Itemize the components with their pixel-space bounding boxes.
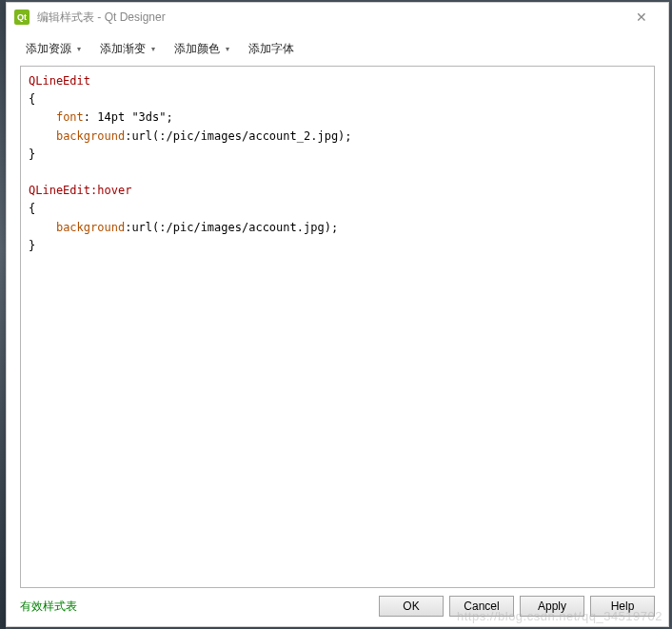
footer: 有效样式表 OK Cancel Apply Help [7,588,668,626]
close-icon[interactable]: ✕ [623,3,661,31]
add-color-button[interactable]: 添加颜色 ▾ [174,41,229,57]
ok-button[interactable]: OK [379,596,444,617]
window-title: 编辑样式表 - Qt Designer [37,10,623,26]
toolbar-item-label: 添加资源 [26,41,71,57]
chevron-down-icon: ▾ [77,45,81,53]
cancel-button[interactable]: Cancel [449,596,514,617]
help-button[interactable]: Help [590,596,655,617]
chevron-down-icon: ▾ [151,45,155,53]
stylesheet-textarea[interactable]: QLineEdit{ font: 14pt "3ds"; background:… [20,66,655,588]
toolbar-item-label: 添加渐变 [100,41,146,57]
add-resource-button[interactable]: 添加资源 ▾ [26,41,81,57]
apply-button[interactable]: Apply [520,596,584,617]
add-gradient-button[interactable]: 添加渐变 ▾ [100,41,155,57]
toolbar: 添加资源 ▾ 添加渐变 ▾ 添加颜色 ▾ 添加字体 [7,31,668,66]
toolbar-item-label: 添加颜色 [174,41,220,57]
stylesheet-editor-dialog: Qt 编辑样式表 - Qt Designer ✕ 添加资源 ▾ 添加渐变 ▾ 添… [6,2,669,627]
add-font-button[interactable]: 添加字体 [248,41,294,57]
toolbar-item-label: 添加字体 [248,41,294,57]
app-icon: Qt [14,10,30,25]
validation-status: 有效样式表 [20,599,373,615]
chevron-down-icon: ▾ [226,45,229,53]
titlebar: Qt 编辑样式表 - Qt Designer ✕ [7,3,668,31]
